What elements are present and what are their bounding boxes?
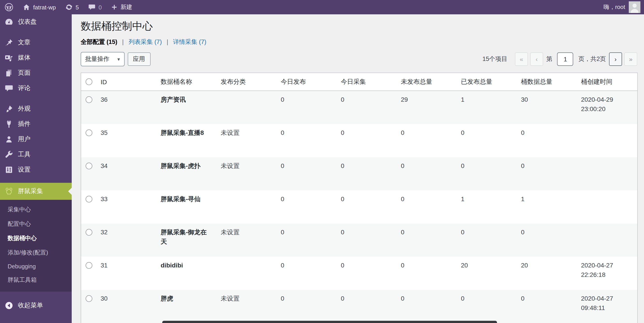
avatar[interactable]: [629, 1, 640, 13]
cell-id: 30: [96, 290, 156, 323]
cell-today-collect: 0: [336, 91, 396, 124]
filter-all[interactable]: 全部配置 (15): [81, 38, 118, 45]
plus-icon: [111, 4, 118, 11]
cell-published: 0: [456, 157, 516, 190]
cell-check: [81, 290, 96, 323]
cell-unpublished: 0: [396, 257, 456, 290]
home-icon: [22, 3, 30, 11]
admin-bar: fatrat-wp 5 0 新建 嗨，root: [0, 0, 644, 14]
cell-name[interactable]: dibidibi: [156, 257, 216, 290]
cell-unpublished: 0: [396, 290, 456, 323]
new-content-button[interactable]: 新建: [106, 0, 137, 14]
header-id[interactable]: ID: [96, 73, 156, 91]
apply-button[interactable]: 应用: [128, 52, 150, 66]
header-today-publish: 今日发布: [276, 73, 336, 91]
cell-name[interactable]: 胖鼠采集-寻仙: [156, 190, 216, 224]
sidebar-item-media[interactable]: 媒体: [0, 50, 72, 66]
cell-name[interactable]: 胖虎: [156, 290, 216, 323]
row-checkbox[interactable]: [86, 96, 92, 103]
submenu-item-debugging[interactable]: Debugging: [0, 260, 72, 273]
row-checkbox[interactable]: [86, 196, 92, 202]
row-checkbox[interactable]: [86, 295, 92, 302]
row-checkbox[interactable]: [86, 162, 92, 169]
cell-name[interactable]: 胖鼠采集-直播8: [156, 124, 216, 157]
current-page-input[interactable]: [557, 52, 574, 66]
cell-created: 2020-04-27 22:26:18: [576, 257, 638, 290]
sidebar-item-posts[interactable]: 文章: [0, 35, 72, 50]
cell-category: [216, 257, 276, 290]
site-link[interactable]: fatrat-wp: [18, 0, 60, 14]
filter-detail-collect[interactable]: 详情采集 (7): [173, 38, 206, 45]
sidebar-item-fatrat[interactable]: 胖鼠采集: [0, 183, 72, 200]
cell-id: 33: [96, 190, 156, 224]
cell-today-collect: 0: [336, 290, 396, 323]
cell-created: [576, 157, 638, 190]
submenu-item-collect-center[interactable]: 采集中心: [0, 202, 72, 217]
comments-icon: [4, 84, 14, 93]
sidebar-item-label: 工具: [18, 150, 30, 158]
new-label: 新建: [120, 3, 132, 11]
last-page-button[interactable]: »: [624, 52, 637, 66]
cell-name[interactable]: 胖鼠采集-御龙在天: [156, 224, 216, 257]
collapse-menu-button[interactable]: 收起菜单: [0, 298, 72, 313]
cell-id: 34: [96, 157, 156, 190]
submenu-item-toolbox[interactable]: 胖鼠工具箱: [0, 273, 72, 287]
sidebar-item-label: 评论: [18, 84, 30, 92]
cell-category: 未设置: [216, 224, 276, 257]
wordpress-menu[interactable]: [0, 0, 18, 14]
header-unpublished: 未发布总量: [396, 73, 456, 91]
sidebar-item-appearance[interactable]: 外观: [0, 101, 72, 116]
sidebar-item-label: 胖鼠采集: [18, 187, 43, 195]
users-icon: [4, 135, 14, 144]
settings-icon: [4, 165, 14, 174]
bulk-action-select[interactable]: 批量操作 ▾: [81, 52, 124, 66]
submenu-item-bucket-center[interactable]: 数据桶中心: [0, 231, 72, 246]
user-greeting[interactable]: 嗨，root: [604, 3, 625, 11]
sidebar-item-label: 文章: [18, 38, 30, 46]
submenu-item-add-modify[interactable]: 添加/修改(配置): [0, 246, 72, 260]
cell-bucket-total: 1: [516, 190, 576, 224]
sidebar-item-dashboard[interactable]: 仪表盘: [0, 14, 72, 30]
cell-today-publish: 0: [276, 290, 336, 323]
comments-button[interactable]: 0: [83, 0, 106, 14]
page-label-prefix: 第: [546, 55, 552, 63]
submenu-item-config-center[interactable]: 配置中心: [0, 217, 72, 231]
sidebar-item-plugins[interactable]: 插件: [0, 116, 72, 132]
table-row: 33胖鼠采集-寻仙00011: [81, 190, 638, 224]
sidebar-item-label: 媒体: [18, 54, 30, 62]
cell-name[interactable]: 胖鼠采集-虎扑: [156, 157, 216, 190]
sidebar-item-users[interactable]: 用户: [0, 132, 72, 147]
cell-published: 0: [456, 124, 516, 157]
pagination: 15个项目 « ‹ 第 页，共2页 › »: [482, 52, 637, 66]
header-published: 已发布总量: [456, 73, 516, 91]
first-page-button[interactable]: «: [515, 52, 528, 66]
select-all-checkbox[interactable]: [86, 78, 92, 85]
appearance-icon: [4, 104, 14, 113]
row-checkbox[interactable]: [86, 130, 92, 136]
row-checkbox[interactable]: [86, 262, 92, 269]
cell-id: 35: [96, 124, 156, 157]
next-page-button[interactable]: ›: [609, 52, 622, 66]
header-category: 发布分类: [216, 73, 276, 91]
cell-today-publish: 0: [276, 224, 336, 257]
cell-unpublished: 0: [396, 190, 456, 224]
prev-page-button[interactable]: ‹: [530, 52, 543, 66]
cell-check: [81, 190, 96, 224]
dashboard-icon: [4, 18, 14, 26]
row-checkbox[interactable]: [86, 229, 92, 236]
sidebar-item-comments[interactable]: 评论: [0, 81, 72, 96]
sidebar-item-tools[interactable]: 工具: [0, 147, 72, 162]
cell-created: 2020-04-29 23:00:20: [576, 91, 638, 124]
menu-separator: [0, 178, 72, 183]
cell-name[interactable]: 房产资讯: [156, 91, 216, 124]
sidebar-item-pages[interactable]: 页面: [0, 66, 72, 81]
sidebar-item-settings[interactable]: 设置: [0, 162, 72, 178]
cell-today-collect: 0: [336, 190, 396, 224]
updates-button[interactable]: 5: [60, 0, 83, 14]
sidebar-item-label: 插件: [18, 120, 30, 128]
filter-list-collect[interactable]: 列表采集 (7): [128, 38, 162, 45]
bucket-table-body: 36房产资讯00291302020-04-29 23:00:2035胖鼠采集-直…: [81, 91, 638, 323]
cell-published: 1: [456, 91, 516, 124]
table-row: 30胖虎未设置000002020-04-27 09:48:11: [81, 290, 638, 323]
filter-separator: |: [167, 38, 168, 45]
